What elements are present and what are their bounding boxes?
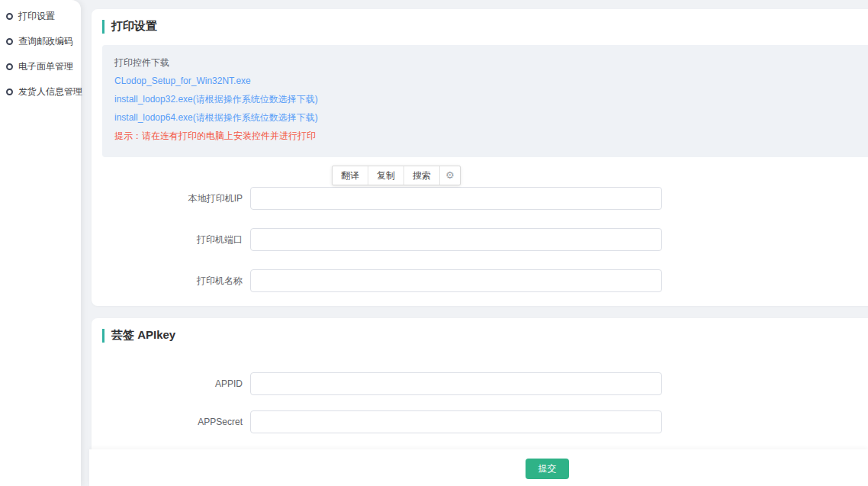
appid-input[interactable] (250, 372, 662, 395)
appsecret-input[interactable] (250, 410, 662, 433)
form-row-printer-port: 打印机端口 (92, 228, 868, 251)
sidebar-item-label: 打印设置 (18, 10, 55, 23)
print-settings-form: 本地打印机IP 打印机端口 打印机名称 (92, 187, 868, 292)
download-link-clodop[interactable]: CLodop_Setup_for_Win32NT.exe (114, 72, 868, 90)
printer-name-input[interactable] (250, 269, 662, 292)
download-box-title: 打印控件下载 (114, 53, 868, 72)
page-title: 打印设置 (111, 19, 157, 34)
appsecret-label: APPSecret (92, 417, 250, 427)
sidebar: 打印设置 查询邮政编码 电子面单管理 发货人信息管理 (0, 0, 81, 486)
apikey-section-title: 芸签 APIkey (111, 328, 175, 343)
sidebar-item-label: 发货人信息管理 (18, 85, 82, 98)
radio-circle-icon (6, 13, 13, 20)
printer-ip-label: 本地打印机IP (92, 192, 250, 205)
print-settings-header: 打印设置 (92, 9, 868, 34)
printer-ip-input[interactable] (250, 187, 662, 210)
form-row-printer-name: 打印机名称 (92, 269, 868, 292)
sidebar-item-postcode-query[interactable]: 查询邮政编码 (0, 29, 81, 54)
download-link-lodop32[interactable]: install_lodop32.exe(请根据操作系统位数选择下载) (114, 90, 868, 108)
apikey-header: 芸签 APIkey (92, 318, 868, 343)
accent-bar (102, 329, 104, 343)
sidebar-item-label: 查询邮政编码 (18, 35, 73, 48)
sidebar-item-print-settings[interactable]: 打印设置 (0, 4, 81, 29)
appid-label: APPID (92, 378, 250, 389)
download-tip-text: 提示：请在连有打印的电脑上安装控件并进行打印 (114, 127, 868, 145)
copy-button[interactable]: 复制 (368, 166, 404, 185)
sidebar-item-label: 电子面单管理 (18, 60, 73, 73)
download-link-lodop64[interactable]: install_lodop64.exe(请根据操作系统位数选择下载) (114, 108, 868, 127)
search-button[interactable]: 搜索 (404, 166, 440, 185)
printer-port-label: 打印机端口 (92, 233, 250, 246)
radio-circle-icon (6, 89, 13, 95)
printer-port-input[interactable] (250, 228, 662, 251)
translate-button[interactable]: 翻译 (333, 166, 368, 185)
form-row-printer-ip: 本地打印机IP (92, 187, 868, 210)
sidebar-item-ewaybill-manage[interactable]: 电子面单管理 (0, 54, 81, 79)
print-control-download-box: 打印控件下载 CLodop_Setup_for_Win32NT.exe inst… (102, 45, 868, 157)
form-row-appid: APPID (92, 372, 868, 395)
radio-circle-icon (6, 63, 13, 70)
apikey-form: APPID APPSecret (92, 372, 868, 433)
form-row-appsecret: APPSecret (92, 410, 868, 433)
printer-name-label: 打印机名称 (92, 275, 250, 288)
radio-circle-icon (6, 38, 13, 45)
gear-icon[interactable]: ⚙ (440, 166, 460, 185)
sidebar-item-sender-info-manage[interactable]: 发货人信息管理 (0, 79, 81, 105)
footer-bar: 提交 (89, 449, 868, 486)
submit-button[interactable]: 提交 (526, 459, 569, 479)
accent-bar (102, 20, 104, 34)
text-selection-toolbar: 翻译 复制 搜索 ⚙ (332, 166, 461, 185)
print-settings-card: 打印设置 打印控件下载 CLodop_Setup_for_Win32NT.exe… (92, 9, 868, 306)
